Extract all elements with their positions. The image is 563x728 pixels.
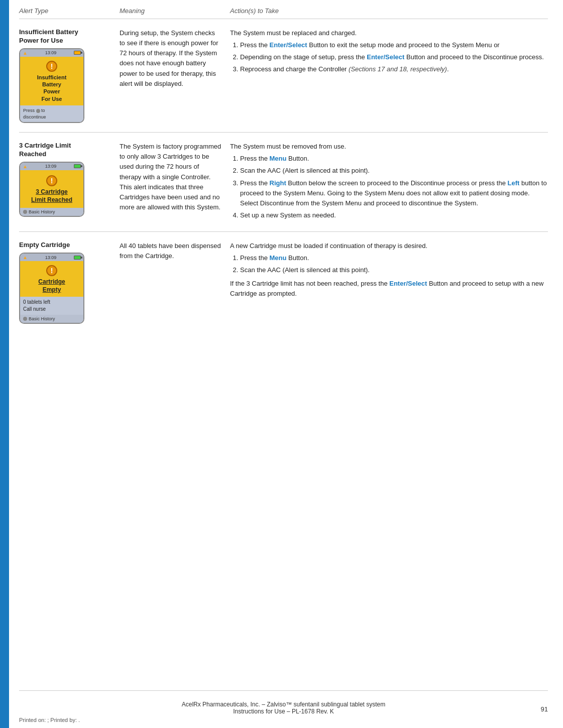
header-action: Action(s) to Take xyxy=(230,7,548,15)
meaning-cartridge: The System is factory programmed to only… xyxy=(120,142,230,212)
highlight-enter-select-empty: Enter/Select xyxy=(389,280,427,287)
battery-icon-full xyxy=(74,164,81,168)
warning-icon-empty: ! xyxy=(46,265,57,276)
list-item: Press the Right Button below the screen … xyxy=(240,178,548,208)
footer: AcelRx Pharmaceuticals, Inc. – Zalviso™ … xyxy=(19,690,548,728)
footer-dot-icon xyxy=(23,210,27,214)
action-intro-battery: The System must be replaced and charged. xyxy=(230,28,548,38)
spacer xyxy=(19,333,548,690)
action-intro-empty: A new Cartridge must be loaded if contin… xyxy=(230,241,548,251)
warning-triangle-icon: ▲ xyxy=(23,164,28,169)
list-item: Reprocess and charge the Controller (Sec… xyxy=(240,64,548,74)
meaning-battery: During setup, the System checks to see i… xyxy=(120,28,230,89)
button-icon xyxy=(36,109,40,113)
device-bottom-text: Press todiscontinue xyxy=(20,105,83,122)
battery-icon-full-empty xyxy=(74,256,81,260)
action-battery: The System must be replaced and charged.… xyxy=(230,28,548,77)
device-top-bar-cartridge: ▲ 13:09 xyxy=(20,163,83,170)
warning-triangle-icon: ▲ xyxy=(23,50,28,56)
main-content: Alert Type Meaning Action(s) to Take Ins… xyxy=(9,0,563,728)
list-item: Press the Menu Button. xyxy=(240,253,548,263)
footer-dot-icon-empty xyxy=(23,317,27,321)
action-list-empty: Press the Menu Button. Scan the AAC (Ale… xyxy=(230,253,548,275)
device-screen-text-cartridge: 3 Cartridge Limit Reached xyxy=(23,188,80,204)
list-item: Press the Enter/Select Button to exit th… xyxy=(240,40,548,50)
warning-icon-cartridge: ! xyxy=(46,175,57,186)
device-battery xyxy=(74,51,81,55)
device-bottom-empty: 0 tablets left Call nurse xyxy=(20,297,83,315)
left-sidebar-bar xyxy=(0,0,9,728)
device-screen-text-empty: Cartridge Empty xyxy=(23,278,80,294)
action-empty: A new Cartridge must be loaded if contin… xyxy=(230,241,548,299)
list-item: Scan the AAC (Alert is silenced at this … xyxy=(240,265,548,275)
list-item: Depending on the stage of setup, press t… xyxy=(240,52,548,62)
device-clock-empty: 13:09 xyxy=(45,255,57,260)
table-row: 3 Cartridge Limit Reached ▲ 13:09 ! xyxy=(19,133,548,232)
device-clock: 13:09 xyxy=(45,50,57,55)
action-extra-empty: If the 3 Cartridge limit has not been re… xyxy=(230,279,548,299)
highlight-menu-empty: Menu xyxy=(270,254,287,262)
device-clock-cartridge: 13:09 xyxy=(45,164,57,169)
highlight-menu: Menu xyxy=(270,155,287,162)
device-screen-cartridge: ! 3 Cartridge Limit Reached xyxy=(20,170,83,208)
device-mockup-battery: ▲ 13:09 ! Insufficient Battery Power For… xyxy=(19,48,84,123)
table-row: Empty Cartridge ▲ 13:09 ! Cartridge xyxy=(19,232,548,333)
device-battery-cartridge xyxy=(74,164,81,168)
warning-icon: ! xyxy=(46,61,57,72)
device-top-bar-empty: ▲ 13:09 xyxy=(20,254,83,261)
action-list-cartridge: Press the Menu Button. Scan the AAC (Ale… xyxy=(230,154,548,220)
action-list-battery: Press the Enter/Select Button to exit th… xyxy=(230,40,548,74)
device-footer-cartridge: Basic History xyxy=(20,208,83,216)
device-screen-text: Insufficient Battery Power For Use xyxy=(23,74,80,102)
battery-icon xyxy=(74,51,81,55)
italic-note: (Sections 17 and 18, respectively) xyxy=(349,65,447,73)
meaning-empty: All 40 tablets have been dispensed from … xyxy=(120,241,230,261)
alert-title-empty: Empty Cartridge xyxy=(19,241,115,250)
table-header: Alert Type Meaning Action(s) to Take xyxy=(19,0,548,19)
alert-title-cartridge: 3 Cartridge Limit Reached xyxy=(19,142,115,159)
alert-type-cartridge: 3 Cartridge Limit Reached ▲ 13:09 ! xyxy=(19,142,120,217)
highlight-enter-select: Enter/Select xyxy=(270,41,307,49)
page-container: Alert Type Meaning Action(s) to Take Ins… xyxy=(0,0,563,728)
header-alert-type: Alert Type xyxy=(19,7,120,15)
header-meaning: Meaning xyxy=(120,7,230,15)
action-intro-cartridge: The System must be removed from use. xyxy=(230,142,548,152)
device-footer-empty: Basic History xyxy=(20,315,83,323)
footer-doc: Instructions for Use – PL-1678 Rev. K xyxy=(19,708,548,715)
device-screen-empty: ! Cartridge Empty xyxy=(20,261,83,297)
device-screen: ! Insufficient Battery Power For Use xyxy=(20,57,83,105)
list-item: Scan the AAC (Alert is silenced at this … xyxy=(240,166,548,176)
device-battery-empty xyxy=(74,256,81,260)
highlight-right: Right xyxy=(270,179,286,187)
list-item: Press the Menu Button. xyxy=(240,154,548,164)
device-top-bar: ▲ 13:09 xyxy=(20,49,83,57)
device-mockup-cartridge: ▲ 13:09 ! 3 Cartridge Limit Reached xyxy=(19,162,84,217)
page-number: 91 xyxy=(541,705,548,713)
footer-company: AcelRx Pharmaceuticals, Inc. – Zalviso™ … xyxy=(19,701,548,708)
alert-type-empty: Empty Cartridge ▲ 13:09 ! Cartridge xyxy=(19,241,120,324)
highlight-left: Left xyxy=(508,179,520,187)
footer-printed: Printed on: ; Printed by: . xyxy=(19,717,548,723)
alert-title-battery: Insufficient Battery Power for Use xyxy=(19,28,115,45)
alert-type-battery: Insufficient Battery Power for Use ▲ 13:… xyxy=(19,28,120,123)
warning-triangle-icon-empty: ▲ xyxy=(23,255,28,260)
list-item: Set up a new System as needed. xyxy=(240,210,548,220)
action-cartridge: The System must be removed from use. Pre… xyxy=(230,142,548,222)
highlight-enter-select-2: Enter/Select xyxy=(367,53,404,61)
device-mockup-empty: ▲ 13:09 ! Cartridge Empty xyxy=(19,253,84,324)
table-row: Insufficient Battery Power for Use ▲ 13:… xyxy=(19,19,548,133)
